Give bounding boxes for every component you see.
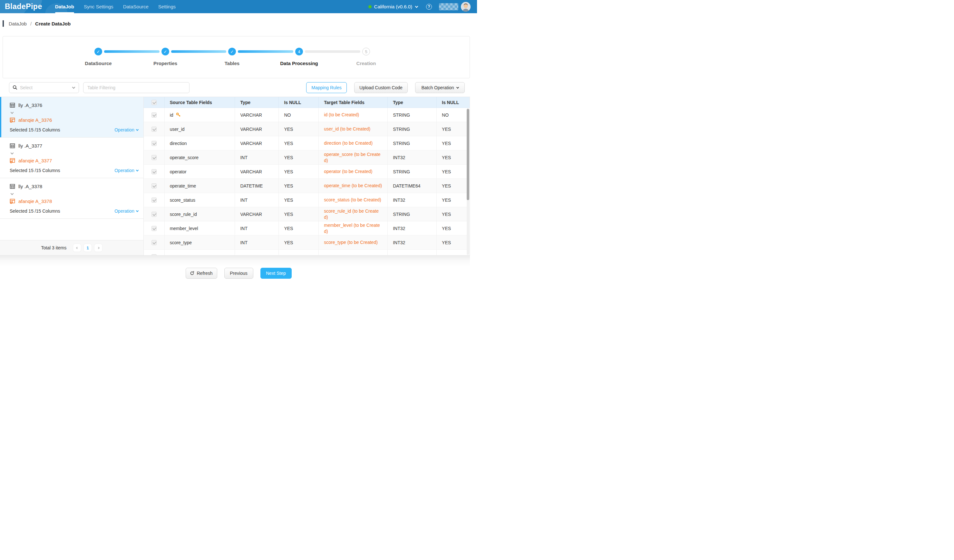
target-field-name[interactable]: member_level (to be Created) — [319, 221, 388, 235]
row-checkbox[interactable] — [144, 151, 165, 165]
step-check-icon: ✓ — [162, 48, 169, 55]
nav-item-datasource[interactable]: DataSource — [123, 0, 148, 13]
batch-operation-label: Batch Operation — [421, 85, 454, 90]
breadcrumb: DataJob / Create DataJob — [0, 13, 477, 34]
source-field-name: operator — [165, 165, 235, 179]
target-field-isnull: YES — [437, 151, 469, 165]
table-add-icon — [10, 117, 15, 123]
target-field-name[interactable]: direction (to be Created) — [319, 136, 388, 151]
target-field-isnull: NO — [437, 108, 469, 122]
target-field-name[interactable]: score_rule_id (to be Created) — [319, 207, 388, 221]
target-field-type: INT32 — [388, 221, 437, 235]
table-icon — [10, 184, 15, 189]
field-mapping-row-partial — [144, 250, 469, 255]
table-select-dropdown[interactable]: Select — [9, 82, 79, 93]
step-label: Creation — [344, 61, 389, 66]
row-checkbox[interactable] — [144, 179, 165, 193]
target-field-name[interactable]: user_id (to be Created) — [319, 122, 388, 136]
header-source-isnull: Is NULL — [279, 97, 319, 107]
breadcrumb-parent[interactable]: DataJob — [9, 21, 27, 26]
chevron-down-icon — [11, 192, 14, 195]
step-label: DataSource — [76, 61, 121, 66]
field-mapping-row: user_idVARCHARYESuser_id (to be Created)… — [144, 122, 469, 136]
chevron-down-icon — [136, 169, 138, 171]
refresh-button[interactable]: Refresh — [186, 268, 217, 279]
batch-operation-button[interactable]: Batch Operation — [415, 82, 465, 93]
upload-custom-code-button[interactable]: Upload Custom Code — [354, 82, 408, 93]
header-target-isnull: Is NULL — [437, 97, 469, 107]
step-creation: 5Creation — [344, 48, 389, 66]
row-checkbox[interactable] — [144, 235, 165, 250]
target-table-name: afanqie A_3378 — [19, 199, 52, 204]
row-checkbox[interactable] — [144, 250, 165, 255]
target-field-name[interactable]: score_status (to be Created) — [319, 193, 388, 207]
step-number: 4 — [295, 48, 303, 55]
select-all-checkbox[interactable] — [144, 97, 165, 107]
header-source-fields: Source Table Fields — [165, 97, 235, 107]
vertical-scrollbar-thumb[interactable] — [467, 109, 469, 200]
username-redacted — [439, 3, 458, 10]
region-version-label[interactable]: California (v0.6.0) — [374, 4, 412, 9]
target-field-name[interactable]: operate_score (to be Created) — [319, 151, 388, 165]
table-filter-input[interactable] — [83, 82, 190, 93]
operation-dropdown[interactable]: Operation — [114, 168, 138, 173]
previous-button[interactable]: Previous — [224, 268, 253, 279]
mapping-rules-button[interactable]: Mapping Rules — [306, 82, 347, 93]
table-list-item[interactable]: lly .A_3376afanqie A_3376Selected 15 /15… — [0, 97, 143, 138]
source-field-type: VARCHAR — [235, 207, 279, 221]
source-field-isnull: YES — [279, 193, 319, 207]
pagination-page-1[interactable]: 1 — [84, 244, 92, 252]
pagination-prev-button[interactable] — [73, 244, 81, 252]
chevron-down-icon — [11, 111, 14, 114]
source-field-type: INT — [235, 221, 279, 235]
help-icon[interactable]: ? — [426, 4, 432, 10]
next-step-button[interactable]: Next Step — [260, 268, 292, 279]
target-field-isnull: YES — [437, 179, 469, 193]
source-field-name: operate_score — [165, 151, 235, 165]
breadcrumb-accent-bar — [3, 20, 4, 27]
field-mapping-row: directionVARCHARYESdirection (to be Crea… — [144, 136, 469, 151]
table-list-empty-space — [0, 219, 143, 240]
source-field-type: VARCHAR — [235, 165, 279, 179]
chevron-down-icon[interactable] — [415, 5, 418, 8]
source-field-isnull: YES — [279, 179, 319, 193]
target-table-name: afanqie A_3376 — [19, 117, 52, 123]
source-field-name: operate_time — [165, 179, 235, 193]
wizard-footer: Refresh Previous Next Step — [0, 268, 477, 279]
row-checkbox[interactable] — [144, 221, 165, 235]
operation-dropdown[interactable]: Operation — [114, 208, 138, 214]
target-field-name[interactable]: id (to be Created) — [319, 108, 388, 122]
source-field-name: direction — [165, 136, 235, 151]
row-checkbox[interactable] — [144, 136, 165, 151]
refresh-icon — [190, 271, 194, 275]
nav-item-sync-settings[interactable]: Sync Settings — [84, 0, 114, 13]
avatar[interactable] — [461, 2, 471, 12]
selected-columns-label: Selected 15 /15 Columns — [10, 168, 60, 173]
row-checkbox[interactable] — [144, 122, 165, 136]
nav-item-datajob[interactable]: DataJob — [55, 0, 74, 13]
source-table-name: lly .A_3378 — [19, 184, 42, 189]
table-body: idVARCHARNOid (to be Created)STRINGNOuse… — [144, 108, 469, 255]
target-field-name[interactable]: score_type (to be Created) — [319, 235, 388, 250]
row-checkbox[interactable] — [144, 207, 165, 221]
target-field-isnull: YES — [437, 136, 469, 151]
target-field-type: INT32 — [388, 235, 437, 250]
source-field-name: score_type — [165, 235, 235, 250]
mapping-main-area: lly .A_3376afanqie A_3376Selected 15 /15… — [0, 96, 470, 255]
target-field-name[interactable]: operator (to be Created) — [319, 165, 388, 179]
table-list-item[interactable]: lly .A_3377afanqie A_3377Selected 15 /15… — [0, 138, 143, 178]
source-field-isnull: YES — [279, 207, 319, 221]
table-list-item[interactable]: lly .A_3378afanqie A_3378Selected 15 /15… — [0, 178, 143, 219]
target-field-name[interactable]: operate_time (to be Created) — [319, 179, 388, 193]
target-field-isnull: YES — [437, 193, 469, 207]
target-field-type: DATETIME64 — [388, 179, 437, 193]
nav-item-settings[interactable]: Settings — [158, 0, 176, 13]
row-checkbox[interactable] — [144, 193, 165, 207]
row-checkbox[interactable] — [144, 165, 165, 179]
step-check-icon: ✓ — [94, 48, 102, 55]
target-field-type: INT32 — [388, 193, 437, 207]
pagination-next-button[interactable] — [94, 244, 102, 252]
operation-dropdown[interactable]: Operation — [114, 127, 138, 132]
field-mapping-row: score_rule_idVARCHARYESscore_rule_id (to… — [144, 207, 469, 221]
row-checkbox[interactable] — [144, 108, 165, 122]
